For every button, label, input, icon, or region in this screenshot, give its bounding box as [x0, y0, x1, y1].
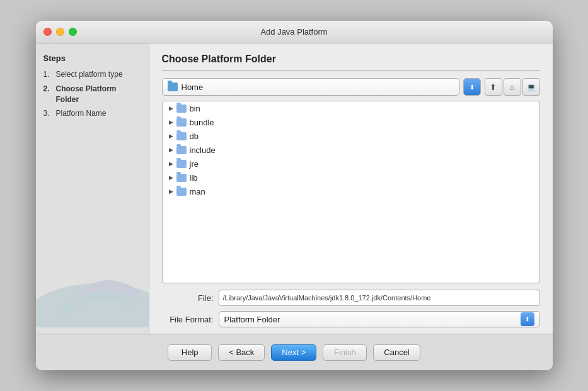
folder-name: bin: [190, 104, 200, 113]
computer-button[interactable]: 💻: [522, 78, 540, 96]
computer-icon: 💻: [527, 83, 536, 91]
location-bar: Home ⬍ ⬆ ⌂ 💻: [162, 78, 540, 96]
location-dropdown-arrow[interactable]: ⬍: [463, 78, 481, 96]
folder-icon-small: [176, 105, 187, 113]
section-title: Choose Platform Folder: [162, 54, 540, 71]
maximize-button[interactable]: [69, 28, 77, 36]
updir-button[interactable]: ⬆: [485, 78, 502, 96]
steps-heading: Steps: [43, 54, 141, 63]
main-content: Choose Platform Folder Home ⬍ ⬆ ⌂: [149, 43, 553, 334]
folder-name: bundle: [190, 118, 214, 127]
list-item[interactable]: ▶ include: [163, 143, 539, 157]
file-input[interactable]: /Library/Java/JavaVirtualMachines/jdk1.8…: [219, 290, 540, 306]
folder-icon-small: [176, 174, 187, 182]
expand-icon: ▶: [168, 105, 175, 112]
home-button[interactable]: ⌂: [504, 78, 521, 96]
bottom-bar: Help < Back Next > Finish Cancel: [36, 334, 553, 370]
list-item[interactable]: ▶ bundle: [163, 115, 539, 129]
folder-icon-small: [176, 118, 187, 127]
close-button[interactable]: [43, 28, 52, 36]
step-3-num: 3.: [43, 108, 54, 119]
expand-icon: ▶: [168, 188, 175, 195]
format-label: File Format:: [162, 315, 219, 324]
chevron-down-icon: ⬍: [525, 316, 530, 322]
expand-icon: ▶: [168, 146, 175, 154]
step-3: 3. Platform Name: [43, 108, 141, 119]
list-item[interactable]: ▶ bin: [163, 101, 539, 115]
step-1: 1. Select platform type: [43, 69, 141, 80]
help-button[interactable]: Help: [168, 344, 212, 361]
chevron-up-down-icon: ⬍: [470, 84, 475, 91]
list-item[interactable]: ▶ db: [163, 129, 539, 143]
traffic-lights: [43, 28, 77, 36]
step-2-label: Choose PlatformFolder: [56, 84, 117, 105]
back-button[interactable]: < Back: [218, 344, 265, 361]
expand-icon: ▶: [168, 160, 175, 167]
file-path: /Library/Java/JavaVirtualMachines/jdk1.8…: [223, 294, 431, 302]
folder-icon-small: [176, 160, 187, 168]
format-value: Platform Folder: [224, 315, 280, 324]
expand-icon: ▶: [168, 132, 175, 140]
step-1-label: Select platform type: [56, 69, 123, 80]
expand-icon: ▶: [168, 118, 175, 126]
file-label: File:: [162, 293, 219, 303]
updir-icon: ⬆: [490, 82, 497, 92]
steps-list: 1. Select platform type 2. Choose Platfo…: [43, 69, 141, 119]
nav-buttons: ⬆ ⌂ 💻: [485, 78, 540, 96]
folder-name: include: [190, 145, 216, 155]
folder-name: man: [190, 187, 205, 196]
folder-name: db: [190, 132, 199, 141]
next-button[interactable]: Next >: [271, 344, 316, 361]
location-dropdown[interactable]: Home: [162, 78, 459, 96]
format-dropdown-arrow-icon: ⬍: [521, 312, 534, 326]
minimize-button[interactable]: [56, 28, 64, 36]
list-item[interactable]: ▶ jre: [163, 157, 539, 171]
finish-button[interactable]: Finish: [323, 344, 367, 361]
step-2-num: 2.: [43, 84, 54, 94]
folder-icon-small: [176, 188, 187, 196]
folder-name: lib: [190, 173, 198, 183]
window-body: Steps 1. Select platform type 2. Choose …: [36, 43, 553, 334]
location-label: Home: [182, 82, 204, 92]
titlebar: Add Java Platform: [36, 21, 553, 43]
main-window: Add Java Platform Steps 1. Select platfo…: [36, 21, 553, 370]
home-icon: ⌂: [510, 82, 515, 92]
folder-icon-small: [176, 132, 187, 140]
format-row: File Format: Platform Folder ⬍: [162, 311, 540, 327]
cancel-button[interactable]: Cancel: [373, 344, 420, 361]
step-1-num: 1.: [43, 69, 54, 80]
expand-icon: ▶: [168, 174, 175, 181]
sidebar: Steps 1. Select platform type 2. Choose …: [36, 43, 149, 334]
step-2: 2. Choose PlatformFolder: [43, 84, 141, 105]
list-item[interactable]: ▶ lib: [163, 171, 539, 184]
step-3-label: Platform Name: [56, 108, 107, 119]
format-dropdown[interactable]: Platform Folder ⬍: [219, 311, 540, 327]
file-row: File: /Library/Java/JavaVirtualMachines/…: [162, 290, 540, 306]
window-title: Add Java Platform: [260, 27, 327, 37]
file-browser[interactable]: ▶ bin ▶ bundle ▶ db ▶ include: [162, 101, 540, 283]
folder-icon-small: [176, 146, 187, 154]
list-item[interactable]: ▶ man: [163, 184, 539, 198]
folder-name: jre: [190, 159, 199, 169]
folder-icon: [168, 82, 178, 91]
